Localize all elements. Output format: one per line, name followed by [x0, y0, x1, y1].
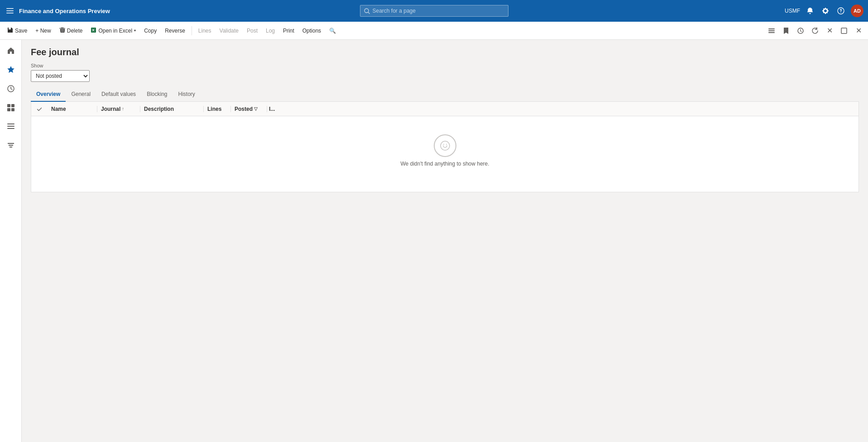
print-label: Print — [283, 28, 294, 34]
save-button[interactable]: Save — [4, 25, 31, 36]
log-label: Log — [266, 28, 275, 34]
svg-line-4 — [368, 12, 370, 14]
copy-label: Copy — [144, 28, 157, 34]
posted-filter-icon[interactable]: ▽ — [254, 106, 258, 111]
lines-label: Lines — [198, 28, 211, 34]
search-box[interactable] — [360, 5, 508, 17]
maximize-icon[interactable] — [838, 25, 850, 37]
panel-close-icon[interactable]: ✕ — [853, 25, 864, 37]
svg-rect-8 — [768, 29, 775, 29]
svg-rect-0 — [6, 8, 14, 9]
svg-rect-14 — [7, 104, 10, 107]
command-toolbar: Save + New Delete Open in Excel ▾ Copy R… — [0, 22, 868, 40]
svg-rect-22 — [9, 145, 13, 146]
separator-1 — [192, 26, 192, 35]
svg-rect-10 — [768, 32, 775, 33]
open-in-excel-label: Open in Excel — [98, 28, 132, 34]
show-section: Show Not posted Posted All — [31, 63, 859, 87]
tabs: Overview General Default values Blocking… — [31, 87, 859, 102]
settings-icon[interactable] — [820, 5, 831, 16]
excel-icon — [91, 27, 96, 34]
refresh-icon[interactable] — [809, 25, 821, 37]
close-icon[interactable]: ✕ — [824, 25, 835, 37]
notification-bar-icon[interactable] — [795, 25, 806, 37]
posted-label: Posted — [235, 106, 253, 112]
svg-point-3 — [364, 9, 369, 13]
svg-rect-19 — [7, 126, 14, 127]
svg-rect-1 — [6, 10, 14, 11]
options-button[interactable]: Options — [299, 26, 325, 36]
search-toolbar-button[interactable]: 🔍 — [326, 26, 340, 36]
nav-workspaces-icon[interactable] — [2, 99, 20, 117]
empty-message: We didn't find anything to show here. — [400, 161, 489, 167]
nav-modules-icon[interactable] — [2, 118, 20, 136]
tab-history[interactable]: History — [173, 87, 200, 102]
col-name-header: Name — [48, 106, 97, 112]
save-icon — [7, 27, 13, 34]
svg-rect-17 — [11, 108, 14, 111]
print-button[interactable]: Print — [279, 26, 298, 36]
open-in-excel-button[interactable]: Open in Excel ▾ — [87, 25, 139, 36]
main-layout: Fee journal Show Not posted Posted All O… — [0, 40, 868, 442]
hamburger-icon[interactable] — [5, 5, 15, 16]
validate-label: Validate — [220, 28, 239, 34]
svg-point-26 — [446, 144, 447, 145]
new-label: + New — [35, 28, 51, 34]
show-select[interactable]: Not posted Posted All — [31, 70, 90, 82]
svg-rect-9 — [768, 30, 775, 31]
content-area: Fee journal Show Not posted Posted All O… — [22, 40, 868, 442]
svg-point-25 — [443, 144, 444, 145]
new-button[interactable]: + New — [32, 26, 54, 36]
journal-sort-icon[interactable]: ↑ — [122, 106, 124, 111]
reverse-label: Reverse — [165, 28, 185, 34]
search-input[interactable] — [373, 8, 504, 14]
col-description-header: Description — [140, 106, 204, 112]
svg-point-24 — [441, 141, 450, 150]
user-label: USMF — [785, 8, 800, 14]
svg-rect-16 — [7, 108, 10, 111]
app-title: Finance and Operations Preview — [19, 8, 110, 14]
nav-recent-icon[interactable] — [2, 80, 20, 98]
personalize-icon[interactable] — [766, 25, 777, 37]
tab-general[interactable]: General — [66, 87, 96, 102]
svg-rect-20 — [7, 128, 14, 129]
nav-star-icon[interactable] — [2, 61, 20, 79]
tab-blocking[interactable]: Blocking — [141, 87, 173, 102]
save-label: Save — [15, 28, 27, 34]
col-check-header — [31, 106, 48, 112]
check-icon — [36, 106, 43, 112]
top-bar-right: USMF AD — [785, 5, 863, 17]
col-more-header: I... — [267, 106, 281, 112]
top-bar: Finance and Operations Preview USMF — [0, 0, 868, 22]
search-toolbar-icon: 🔍 — [329, 28, 336, 34]
journal-label: Journal — [101, 106, 120, 112]
nav-filter-icon[interactable] — [2, 137, 20, 155]
nav-home-icon[interactable] — [2, 42, 20, 60]
svg-rect-23 — [10, 147, 12, 147]
svg-rect-18 — [7, 124, 14, 124]
svg-rect-12 — [841, 28, 847, 33]
validate-button[interactable]: Validate — [216, 26, 242, 36]
col-journal-header[interactable]: Journal ↑ — [97, 106, 140, 112]
options-label: Options — [302, 28, 321, 34]
notification-icon[interactable] — [805, 5, 815, 16]
col-lines-header: Lines — [204, 106, 231, 112]
help-icon[interactable] — [835, 5, 846, 16]
toolbar-right: ✕ ✕ — [766, 25, 864, 37]
delete-button[interactable]: Delete — [56, 25, 86, 36]
reverse-button[interactable]: Reverse — [161, 26, 189, 36]
table-header: Name Journal ↑ Description Lines Posted … — [31, 102, 858, 116]
col-posted-header[interactable]: Posted ▽ — [231, 106, 267, 112]
empty-state: We didn't find anything to show here. — [31, 116, 858, 185]
svg-point-6 — [840, 12, 841, 13]
copy-button[interactable]: Copy — [140, 26, 160, 36]
lines-button[interactable]: Lines — [195, 26, 215, 36]
avatar[interactable]: AD — [851, 5, 863, 17]
log-button[interactable]: Log — [262, 26, 278, 36]
bookmark-icon[interactable] — [780, 25, 792, 37]
empty-icon — [434, 134, 456, 157]
svg-rect-21 — [8, 143, 14, 144]
post-button[interactable]: Post — [243, 26, 261, 36]
tab-overview[interactable]: Overview — [31, 87, 66, 102]
tab-default-values[interactable]: Default values — [96, 87, 141, 102]
